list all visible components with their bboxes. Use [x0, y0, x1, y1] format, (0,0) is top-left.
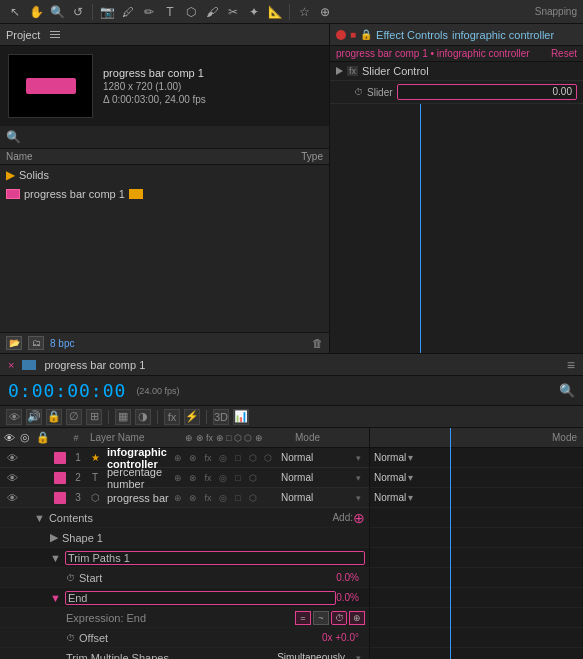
layer-type-icon: ★ — [88, 451, 102, 465]
layer-icon-btn[interactable]: □ — [231, 471, 245, 485]
expr-enable-btn[interactable]: = — [295, 611, 311, 625]
layer-number: 3 — [68, 492, 88, 503]
mode-row-3: Normal ▾ — [370, 488, 583, 508]
tool-rotate[interactable]: ↺ — [69, 3, 87, 21]
layer-icon-btn[interactable]: ⊗ — [186, 471, 200, 485]
tl-audio-btn[interactable]: 🔊 — [26, 409, 42, 425]
contents-triangle[interactable]: ▼ — [34, 512, 45, 524]
layer-icon-btn[interactable]: fx — [201, 451, 215, 465]
tl-solo-btn[interactable]: 👁 — [6, 409, 22, 425]
layer-icon-btn[interactable]: ◎ — [216, 451, 230, 465]
tool-puppet2[interactable]: ⊕ — [316, 3, 334, 21]
timecode-display[interactable]: 0:00:00:00 — [8, 380, 126, 401]
shape1-triangle[interactable]: ▶ — [50, 531, 58, 544]
timeline-search-icon[interactable]: 🔍 — [559, 383, 575, 398]
tool-select[interactable]: ✋ — [27, 3, 45, 21]
layer-icon-btn[interactable]: ⬡ — [246, 451, 260, 465]
effect-source-name: infographic controller — [452, 29, 554, 41]
tool-camera[interactable]: 📷 — [98, 3, 116, 21]
layer-eye-icon[interactable]: 👁 — [4, 452, 20, 464]
layer-color-swatch — [54, 472, 66, 484]
trash-icon[interactable]: 🗑 — [312, 337, 323, 349]
mode-dropdown-1[interactable]: ▾ — [408, 452, 413, 463]
tl-frame-blend-btn[interactable]: ▦ — [115, 409, 131, 425]
tool-brush[interactable]: 🖌 — [203, 3, 221, 21]
tool-scissors[interactable]: ✂ — [224, 3, 242, 21]
tool-pencil[interactable]: ✏ — [140, 3, 158, 21]
table-row[interactable]: 👁 2 T percentage number ⊕ ⊗ fx ◎ □ — [0, 468, 369, 488]
layer-icon-btn[interactable]: □ — [231, 491, 245, 505]
tool-pen[interactable]: 🖊 — [119, 3, 137, 21]
expand-fx-icon[interactable] — [336, 67, 343, 75]
layer-icon-btn[interactable]: ⊗ — [186, 451, 200, 465]
timeline-close-btn[interactable]: × — [8, 359, 14, 371]
tool-puppet[interactable]: ☆ — [295, 3, 313, 21]
layer-mode-dropdown-icon[interactable]: ▾ — [351, 491, 365, 505]
footer-folder-btn[interactable]: 🗂 — [28, 336, 44, 350]
mode-value-3: Normal — [374, 492, 406, 503]
effect-subtitle-comp: progress bar comp 1 — [336, 48, 428, 59]
tl-3d-btn[interactable]: 3D — [213, 409, 229, 425]
layer-icon-btn[interactable]: fx — [201, 491, 215, 505]
layer-icon-btn[interactable]: ⬡ — [261, 451, 275, 465]
tool-shape[interactable]: ⬡ — [182, 3, 200, 21]
expr-stopwatch-btn[interactable]: ⏱ — [331, 611, 347, 625]
list-item[interactable]: ▶ Solids — [0, 165, 329, 185]
tl-lock-btn[interactable]: 🔒 — [46, 409, 62, 425]
layer-mode: Normal — [281, 452, 351, 463]
tool-zoom[interactable]: 🔍 — [48, 3, 66, 21]
tool-star[interactable]: ✦ — [245, 3, 263, 21]
tl-collapse-btn[interactable]: ⊞ — [86, 409, 102, 425]
add-label: Add: — [332, 512, 353, 523]
layer-mode-dropdown-icon[interactable]: ▾ — [351, 451, 365, 465]
table-row[interactable]: 👁 3 ⬡ progress bar ⊕ ⊗ fx ◎ □ — [0, 488, 369, 508]
mode-dropdown-3[interactable]: ▾ — [408, 492, 413, 503]
layer-icon-btn[interactable]: ◎ — [216, 471, 230, 485]
trim-multiple-row: Trim Multiple Shapes Simultaneously ▾ — [0, 648, 369, 659]
trim-multiple-dropdown[interactable]: ▾ — [351, 651, 365, 660]
table-row[interactable]: 👁 1 ★ infographic controller ⊕ ⊗ fx ◎ □ — [0, 448, 369, 468]
tl-draft-btn[interactable]: ⚡ — [184, 409, 200, 425]
timeline-comp-icon — [22, 360, 36, 370]
layer-icon-btn[interactable]: ◎ — [216, 491, 230, 505]
layer-eye-icon[interactable]: 👁 — [4, 492, 20, 504]
layer-icon-btn[interactable]: □ — [231, 451, 245, 465]
slider-control[interactable]: 0.00 — [397, 84, 577, 100]
expr-graph-btn[interactable]: ~ — [313, 611, 329, 625]
layer-eye-icon[interactable]: 👁 — [4, 472, 20, 484]
layer-icons: ⊕ ⊗ fx ◎ □ ⬡ — [171, 491, 281, 505]
expr-link-btn[interactable]: ⊕ — [349, 611, 365, 625]
list-item[interactable]: progress bar comp 1 — [0, 185, 329, 203]
layer-icon-btn[interactable]: ⊕ — [171, 491, 185, 505]
layer-icon-btn[interactable]: ⬡ — [246, 491, 260, 505]
footer-new-btn[interactable]: 📂 — [6, 336, 22, 350]
mode-sub-row — [370, 548, 583, 568]
start-stopwatch-icon[interactable]: ⏱ — [66, 573, 75, 583]
end-triangle[interactable]: ▼ — [50, 592, 61, 604]
panel-close-btn[interactable] — [336, 30, 346, 40]
layer-mode-dropdown-icon[interactable]: ▾ — [351, 471, 365, 485]
tl-fx-btn[interactable]: fx — [164, 409, 180, 425]
tool-text[interactable]: T — [161, 3, 179, 21]
layer-icons: ⊕ ⊗ fx ◎ □ ⬡ — [171, 471, 281, 485]
effect-reset-btn[interactable]: Reset — [551, 48, 577, 59]
layer-icon-btn[interactable]: ⊕ — [171, 451, 185, 465]
offset-stopwatch-icon[interactable]: ⏱ — [66, 633, 75, 643]
toolbar-sep2 — [289, 4, 290, 20]
tl-shy-btn[interactable]: ∅ — [66, 409, 82, 425]
tl-graph-btn[interactable]: 📊 — [233, 409, 249, 425]
layer-icon-btn[interactable]: ⊕ — [171, 471, 185, 485]
mode-dropdown-2[interactable]: ▾ — [408, 472, 413, 483]
tool-arrow[interactable]: ↖ — [6, 3, 24, 21]
tl-motion-blur-btn[interactable]: ◑ — [135, 409, 151, 425]
layer-icon-btn[interactable]: ⬡ — [246, 471, 260, 485]
tool-ruler[interactable]: 📐 — [266, 3, 284, 21]
stopwatch-icon[interactable]: ⏱ — [354, 87, 363, 97]
trim-paths-triangle[interactable]: ▼ — [50, 552, 61, 564]
layer-icon-btn[interactable]: fx — [201, 471, 215, 485]
add-btn[interactable]: ⊕ — [353, 510, 365, 526]
layer-icon-btn[interactable]: ⊗ — [186, 491, 200, 505]
trim-paths-row: ▼ Trim Paths 1 — [0, 548, 369, 568]
timeline-menu-icon[interactable]: ≡ — [567, 357, 575, 373]
project-menu-icon[interactable] — [50, 28, 64, 42]
